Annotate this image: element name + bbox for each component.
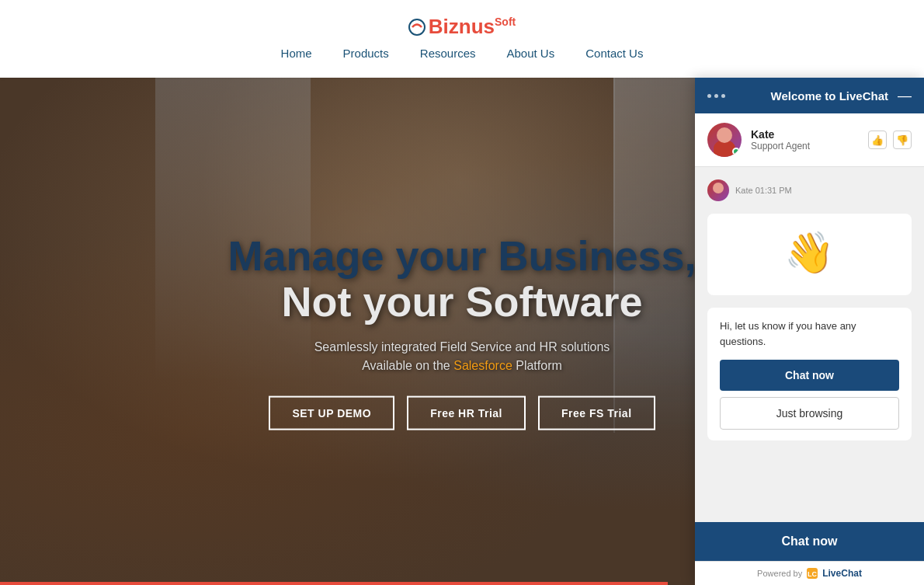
- online-indicator: [732, 148, 740, 155]
- nav-resources[interactable]: Resources: [420, 44, 476, 63]
- salesforce-link[interactable]: Salesforce: [453, 359, 512, 372]
- chat-wave-area: 👋: [707, 214, 912, 295]
- free-hr-trial-button[interactable]: Free HR Trial: [407, 396, 526, 430]
- agent-avatar: [707, 123, 742, 157]
- powered-by-bar: Powered by LC LiveChat: [695, 561, 924, 585]
- dot3: [721, 94, 725, 98]
- logo[interactable]: BiznusSoft: [408, 15, 516, 39]
- chat-now-button[interactable]: Chat now: [720, 360, 899, 391]
- hero-title-line2: Not your Software: [159, 279, 765, 325]
- chat-header-title: Welcome to LiveChat: [771, 89, 888, 103]
- main-nav: Home Products Resources About Us Contact…: [281, 44, 644, 63]
- hero-subtitle2: Available on the Salesforce Platform: [159, 359, 765, 373]
- thumbs-up-icon[interactable]: 👍: [868, 131, 887, 149]
- chat-message-bubble: Hi, let us know if you have any question…: [707, 308, 912, 440]
- livechat-widget: Welcome to LiveChat — Kate Support Agent…: [695, 78, 924, 585]
- logo-text: BiznusSoft: [429, 15, 516, 39]
- chat-timestamp-row: Kate 01:31 PM: [707, 179, 912, 201]
- svg-point-0: [409, 19, 425, 35]
- setup-demo-button[interactable]: SET UP DEMO: [269, 396, 394, 430]
- minimize-button[interactable]: —: [898, 89, 912, 103]
- hero-content: Manage your Business, Not your Software …: [159, 232, 765, 430]
- nav-home[interactable]: Home: [281, 44, 312, 63]
- free-fs-trial-button[interactable]: Free FS Trial: [538, 396, 655, 430]
- thumbs-down-icon[interactable]: 👎: [893, 131, 912, 149]
- livechat-icon: LC: [807, 568, 818, 579]
- chat-menu-dots[interactable]: [707, 94, 725, 98]
- agent-name: Kate: [751, 128, 868, 141]
- agent-info: Kate Support Agent: [751, 128, 868, 151]
- chat-agent-mini-avatar: [707, 179, 729, 201]
- hero-subtitle1: Seamlessly integrated Field Service and …: [159, 340, 765, 354]
- header: BiznusSoft Home Products Resources About…: [0, 0, 924, 78]
- svg-text:LC: LC: [808, 570, 817, 578]
- agent-actions: 👍 👎: [868, 131, 912, 149]
- hero-buttons: SET UP DEMO Free HR Trial Free FS Trial: [159, 396, 765, 430]
- dot1: [707, 94, 711, 98]
- chat-timestamp: Kate 01:31 PM: [735, 186, 792, 195]
- agent-role: Support Agent: [751, 141, 868, 151]
- nav-products[interactable]: Products: [343, 44, 389, 63]
- chat-header: Welcome to LiveChat —: [695, 78, 924, 113]
- just-browsing-button[interactable]: Just browsing: [720, 397, 899, 430]
- chat-message-text: Hi, let us know if you have any question…: [720, 320, 856, 347]
- chat-now-bottom-button[interactable]: Chat now: [707, 535, 912, 548]
- red-accent-line: [0, 582, 668, 585]
- nav-contact[interactable]: Contact Us: [585, 44, 643, 63]
- chat-agent-bar: Kate Support Agent 👍 👎: [695, 113, 924, 167]
- livechat-brand: LiveChat: [822, 568, 862, 579]
- wave-emoji: 👋: [723, 229, 896, 277]
- powered-by-text: Powered by: [757, 569, 802, 578]
- hero-title-line1: Manage your Business,: [159, 232, 765, 278]
- chat-bottom-bar: Chat now: [695, 522, 924, 561]
- dot2: [714, 94, 718, 98]
- nav-about[interactable]: About Us: [507, 44, 555, 63]
- chat-body: Kate 01:31 PM 👋 Hi, let us know if you h…: [695, 167, 924, 522]
